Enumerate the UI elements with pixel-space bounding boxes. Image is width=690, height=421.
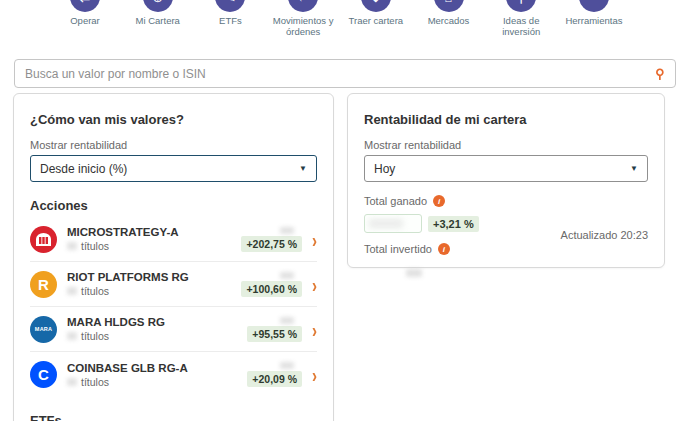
performance-panel-title: Rentabilidad de mi cartera [364, 112, 648, 127]
coinbase-logo: C [30, 361, 57, 388]
portfolio-performance-panel: Rentabilidad de mi cartera Mostrar renta… [347, 93, 665, 268]
nav-label: Herramientas [565, 15, 622, 26]
nav-label: ETFs [219, 15, 242, 26]
nav-label: Mercados [428, 15, 470, 26]
performance-period-value: Desde inicio (%) [40, 162, 127, 176]
nav-item-etfs[interactable]: ✎ ETFs [197, 0, 263, 38]
stock-name: COINBASE GLB RG-A [67, 362, 247, 374]
nav-label: Operar [70, 15, 100, 26]
chevron-right-icon[interactable]: › [312, 228, 317, 250]
performance-badge: +95,55 % [247, 326, 302, 342]
blurred-total-gained-amount [364, 214, 422, 233]
nav-item-movimientos-ordenes[interactable]: ← Movimientos y órdenes [270, 0, 336, 38]
performance-badge: +202,75 % [241, 236, 302, 252]
performance-period-select[interactable]: Desde inicio (%) ▼ [30, 155, 317, 182]
tools-icon: ⋯ [579, 0, 609, 12]
nav-item-operar[interactable]: ⇄ Operar [52, 0, 118, 38]
etfs-section-heading: ETFs [30, 413, 317, 421]
microstrategy-logo [30, 226, 57, 253]
show-performance-label: Mostrar rentabilidad [30, 139, 317, 151]
trade-icon: ⇄ [70, 0, 100, 12]
blurred-units-count [67, 332, 77, 340]
info-icon[interactable]: i [433, 195, 445, 207]
units-label: títulos [81, 285, 109, 297]
units-label: títulos [81, 330, 109, 342]
blurred-amount [280, 362, 294, 369]
stock-row-riot[interactable]: R RIOT PLATFORMS RG títulos +100,60 % › [30, 262, 317, 307]
blurred-units-count [67, 378, 77, 386]
chevron-right-icon[interactable]: › [312, 363, 317, 385]
info-icon[interactable]: i [438, 243, 450, 255]
search-input[interactable] [25, 67, 655, 81]
blurred-units-count [67, 242, 77, 250]
performance-period-select[interactable]: Hoy ▼ [364, 155, 648, 182]
search-bar: ⚲ [14, 59, 676, 88]
chevron-down-icon: ▼ [299, 164, 307, 173]
investment-ideas-icon: ⚲ [506, 0, 536, 12]
total-gained-badge: +3,21 % [428, 216, 479, 232]
broker-dashboard: ⇄ Operar ⊕ Mi Cartera ✎ ETFs ← Movimient… [0, 0, 690, 421]
stock-row-coinbase[interactable]: C COINBASE GLB RG-A títulos +20,09 % › [30, 352, 317, 397]
top-navigation: ⇄ Operar ⊕ Mi Cartera ✎ ETFs ← Movimient… [52, 0, 627, 38]
units-label: títulos [81, 376, 109, 388]
blurred-units-count [67, 287, 77, 295]
transfer-portfolio-icon: ↧ [361, 0, 391, 12]
nav-label: Traer cartera [349, 15, 404, 26]
mara-logo: MARA [30, 316, 57, 343]
holdings-panel: ¿Cómo van mis valores? Mostrar rentabili… [13, 93, 334, 421]
etfs-icon: ✎ [215, 0, 245, 12]
stock-name: MARA HLDGS RG [67, 316, 247, 328]
blurred-amount [280, 272, 294, 279]
markets-icon: ⌂ [434, 0, 464, 12]
stock-row-microstrategy[interactable]: MICROSTRATEGY-A títulos +202,75 % › [30, 217, 317, 262]
units-label: títulos [81, 240, 109, 252]
search-icon[interactable]: ⚲ [655, 66, 665, 81]
movements-icon: ← [288, 0, 318, 12]
chevron-right-icon[interactable]: › [312, 318, 317, 340]
nav-label: Movimientos y órdenes [270, 15, 336, 38]
nav-item-mi-cartera[interactable]: ⊕ Mi Cartera [125, 0, 191, 38]
blurred-amount [280, 227, 294, 234]
performance-badge: +20,09 % [247, 371, 302, 387]
performance-badge: +100,60 % [241, 281, 302, 297]
blurred-amount [280, 317, 294, 324]
stock-row-mara[interactable]: MARA MARA HLDGS RG títulos +95,55 % › [30, 307, 317, 352]
stocks-section-heading: Acciones [30, 198, 317, 213]
chevron-right-icon[interactable]: › [312, 273, 317, 295]
nav-item-ideas-inversion[interactable]: ⚲ Ideas de inversión [488, 0, 554, 38]
nav-label: Ideas de inversión [488, 15, 554, 38]
nav-item-mercados[interactable]: ⌂ Mercados [416, 0, 482, 38]
chevron-down-icon: ▼ [630, 164, 638, 173]
nav-label: Mi Cartera [136, 15, 180, 26]
performance-period-value: Hoy [374, 162, 395, 176]
total-gained-label: Total ganado [364, 195, 427, 207]
total-invested-label: Total invertido [364, 243, 432, 255]
stock-name: MICROSTRATEGY-A [67, 226, 241, 238]
nav-item-herramientas[interactable]: ⋯ Herramientas [561, 0, 627, 38]
bars-glyph [36, 233, 51, 246]
riot-logo: R [30, 271, 57, 298]
portfolio-icon: ⊕ [143, 0, 173, 12]
show-performance-label: Mostrar rentabilidad [364, 139, 648, 151]
holdings-panel-title: ¿Cómo van mis valores? [30, 112, 317, 127]
stocks-list: MICROSTRATEGY-A títulos +202,75 % › R RI… [30, 217, 317, 397]
nav-item-traer-cartera[interactable]: ↧ Traer cartera [343, 0, 409, 38]
blurred-total-invested-amount [406, 269, 422, 277]
stock-name: RIOT PLATFORMS RG [67, 271, 241, 283]
